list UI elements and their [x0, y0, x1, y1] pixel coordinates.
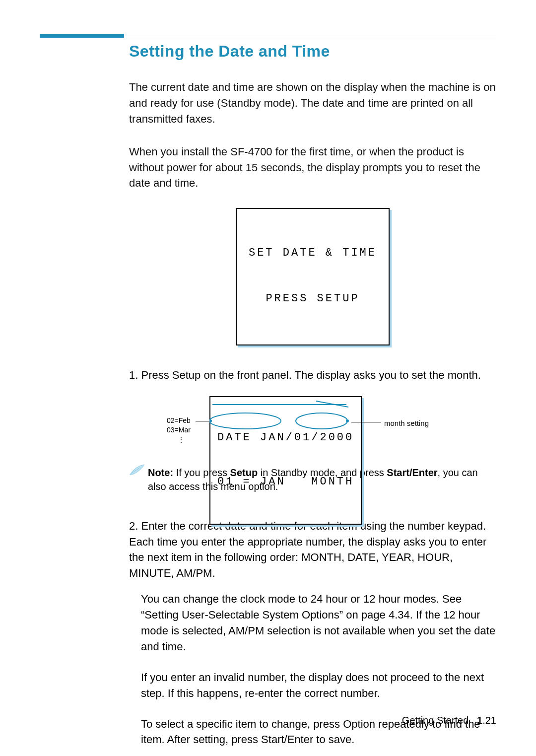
- footer-page-number: .21: [482, 715, 496, 726]
- callout-line-left: [196, 421, 210, 421]
- footer-section-number: 1: [477, 715, 482, 726]
- lcd2-line2: 01 = JAN MONTH: [217, 475, 354, 489]
- month-setting-label: month setting: [384, 419, 429, 427]
- step-2-lead: 2. Enter the correct date and time for e…: [129, 518, 496, 582]
- lcd2-line1: DATE JAN/01/2000: [217, 430, 354, 445]
- callout-line-right: [351, 422, 381, 422]
- key-ellipsis: ⋮: [167, 435, 191, 445]
- top-accent-bar: [40, 34, 124, 38]
- lcd-display-2: DATE JAN/01/2000 01 = JAN MONTH: [209, 396, 362, 525]
- note-startenter-bold: Start/Enter: [387, 467, 437, 478]
- lcd1-line1: SET DATE & TIME: [246, 246, 380, 261]
- page-content: Setting the Date and Time The current da…: [129, 30, 496, 756]
- step-2-para2: You can change the clock mode to 24 hour…: [129, 591, 496, 655]
- key-mar: 03=Mar: [167, 425, 191, 435]
- step-2-para3: If you enter an invalid number, the disp…: [129, 670, 496, 701]
- step-2-block: 2. Enter the correct date and time for e…: [129, 518, 496, 748]
- note-label: Note:: [148, 467, 173, 478]
- footer-chapter: Getting Started: [402, 715, 469, 726]
- month-setting-diagram: 02=Feb 03=Mar ⋮ DATE JAN/01/2000 01 = JA…: [167, 393, 496, 453]
- lcd1-line2: PRESS SETUP: [246, 291, 380, 307]
- intro-paragraph-1: The current date and time are shown on t…: [129, 79, 496, 127]
- step-1: 1. Press Setup on the front panel. The d…: [129, 367, 496, 383]
- intro-paragraph-2: When you install the SF-4700 for the fir…: [129, 144, 496, 192]
- key-feb: 02=Feb: [167, 416, 191, 426]
- feather-icon: [129, 464, 146, 480]
- section-title: Setting the Date and Time: [129, 42, 496, 61]
- manual-page: Setting the Date and Time The current da…: [0, 0, 536, 756]
- lcd-display-1: SET DATE & TIME PRESS SETUP: [236, 208, 390, 345]
- month-key-list: 02=Feb 03=Mar ⋮: [167, 416, 191, 445]
- page-footer: Getting Started 1.21: [402, 715, 496, 726]
